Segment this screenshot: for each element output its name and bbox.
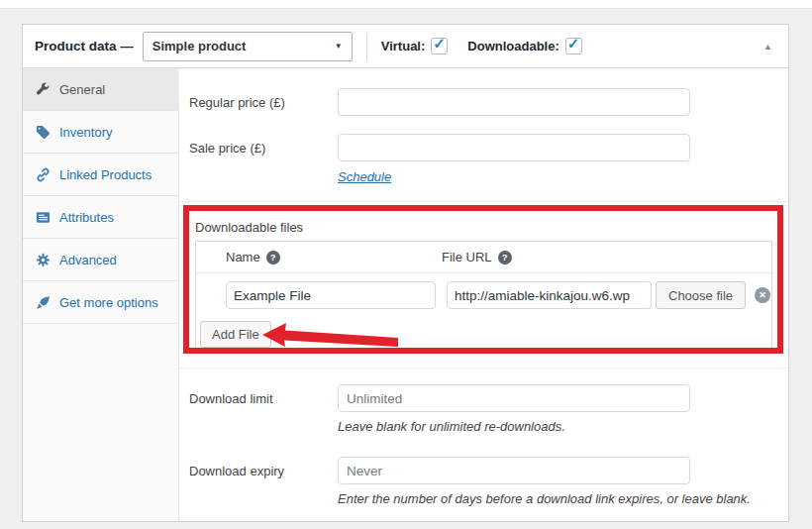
download-expiry-help: Enter the number of days before a downlo… [338,491,788,506]
tab-linked-products[interactable]: Linked Products [23,154,178,196]
product-data-tabs: General Inventory Linked Products [23,68,179,521]
file-url-input[interactable] [447,281,652,309]
tag-icon [36,125,51,140]
link-icon [36,167,51,182]
downloadable-checkbox[interactable]: ✓ [565,38,582,54]
tab-label: General [59,82,105,97]
file-url-column-header: File URL [442,250,492,264]
help-icon[interactable]: ? [498,251,512,264]
sale-price-label: Sale price (£) [179,141,338,156]
list-card-icon [36,210,51,225]
gear-icon [36,253,51,267]
add-file-button[interactable]: Add File [200,321,271,348]
select-caret-icon: ▼ [335,42,343,51]
downloadable-label: Downloadable: [467,39,558,53]
tab-attributes[interactable]: Attributes [23,196,178,239]
regular-price-label: Regular price (£) [179,95,338,110]
sale-price-input[interactable] [338,134,690,161]
schedule-link[interactable]: Schedule [338,169,391,184]
tab-advanced[interactable]: Advanced [23,239,178,281]
downloadable-files-label: Downloadable files [195,220,788,235]
regular-price-input[interactable] [338,88,690,116]
tab-label: Attributes [59,210,114,225]
download-expiry-input[interactable] [338,457,690,484]
name-column-header: Name [226,250,260,264]
check-icon: ✓ [567,35,580,53]
file-row: Choose file ✕ [196,273,771,317]
panel-title: Product data — [35,39,134,53]
tab-label: Linked Products [59,167,152,182]
tab-get-more-options[interactable]: Get more options [23,281,178,324]
product-type-selected-value: Simple product [152,39,247,53]
header-divider [366,34,367,59]
file-table-header: Name ? File URL ? [196,242,771,273]
download-limit-input[interactable] [338,384,690,412]
choose-file-button[interactable]: Choose file [656,281,746,309]
product-data-header: Product data — Simple product ▼ Virtual:… [23,25,788,68]
pricing-section: Regular price (£) Sale price (£) Schedul… [179,68,788,202]
download-expiry-label: Download expiry [179,464,338,478]
tab-inventory[interactable]: Inventory [23,111,178,154]
collapse-panel-toggle[interactable]: ▲ [760,38,776,55]
download-limit-label: Download limit [179,391,338,406]
downloadable-files-table: Name ? File URL ? [195,241,772,354]
file-name-input[interactable] [226,281,436,309]
pen-icon [36,295,51,310]
check-icon: ✓ [433,35,446,53]
tab-label: Inventory [59,125,112,140]
download-limit-help: Leave blank for unlimited re-downloads. [338,419,788,434]
general-tab-content: Regular price (£) Sale price (£) Schedul… [179,68,788,521]
virtual-label: Virtual: [381,39,426,53]
download-limits-section: Download limit Leave blank for unlimited… [179,369,788,506]
top-page-divider [0,0,812,9]
product-type-select[interactable]: Simple product ▼ [143,32,353,61]
help-icon[interactable]: ? [266,251,280,264]
tab-label: Get more options [59,295,158,310]
product-data-panel: Product data — Simple product ▼ Virtual:… [22,24,789,522]
wrench-icon [36,82,51,97]
delete-file-icon[interactable]: ✕ [755,287,770,303]
downloadable-files-section: Downloadable files Name ? File URL ? [179,202,788,369]
tab-general[interactable]: General [23,68,178,111]
tab-label: Advanced [59,253,117,267]
virtual-checkbox[interactable]: ✓ [431,38,448,54]
